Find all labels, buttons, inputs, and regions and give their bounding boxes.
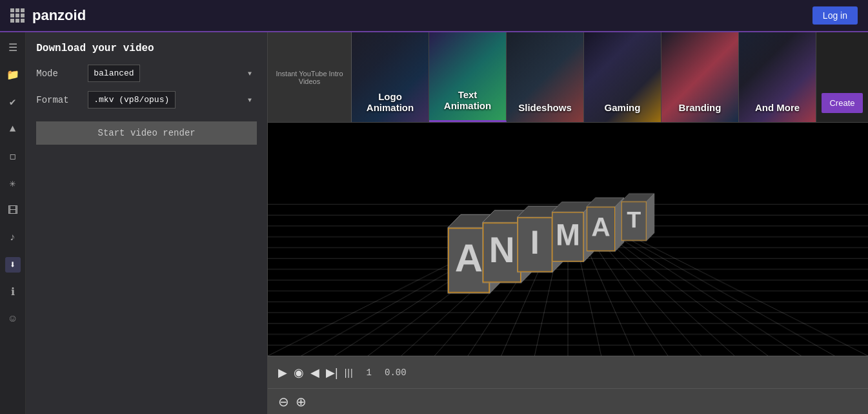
mode-row: Mode balanced fast quality [36,65,257,82]
zoom-out-button[interactable]: ⊖ [278,394,289,409]
smiley-icon[interactable]: ☺ [5,311,21,327]
nav-tabs: Instant YouTube Intro Videos LogoAnimati… [268,32,868,123]
music-icon[interactable]: ♪ [5,230,21,245]
folder-icon[interactable]: 📁 [5,67,21,83]
nav-create-area: Create [816,32,868,122]
prev-button[interactable]: ◀ [310,367,319,378]
controls-bar: ▶ ◉ ◀ ▶| ||| 1 0.00 [268,356,868,388]
panel-title: Download your video [36,43,257,54]
preview-area: ▶ ◉ ◀ ▶| ||| 1 0.00 ⊖ ⊕ [268,123,868,414]
create-button[interactable]: Create [822,93,862,113]
topbar-left: panzoid [10,7,86,24]
tab-logo-label: LogoAnimation [367,91,414,113]
main-layout: ☰ 📁 ✔ ▲ ◻ ✳ 🎞 ♪ ⬇ ℹ ☺ Download your vide… [0,32,868,414]
eye-button[interactable]: ◉ [294,367,304,378]
topbar: panzoid Log in [0,0,868,32]
intro-label: Instant YouTube Intro Videos [274,70,345,85]
tab-text-label: TextAnimation [444,89,491,111]
waveform-button[interactable]: ||| [345,368,354,377]
info-icon[interactable]: ℹ [5,284,21,300]
tab-and-more[interactable]: And More [739,32,816,122]
login-button[interactable]: Log in [812,6,858,25]
logo: panzoid [32,7,86,24]
mode-select-wrapper: balanced fast quality [88,65,257,82]
video-icon[interactable]: 🎞 [5,203,21,218]
tab-text-animation[interactable]: TextAnimation [429,32,507,122]
mode-select[interactable]: balanced fast quality [88,65,140,82]
sidebar: ☰ 📁 ✔ ▲ ◻ ✳ 🎞 ♪ ⬇ ℹ ☺ [0,32,26,414]
menu-icon[interactable]: ☰ [5,40,21,56]
tab-slideshows-label: Slideshows [518,102,572,113]
download-icon[interactable]: ⬇ [5,257,21,273]
tab-gaming[interactable]: Gaming [584,32,661,122]
render-button[interactable]: Start video render [36,121,257,145]
grid-icon[interactable] [10,8,25,23]
tab-more-label: And More [755,102,800,113]
play-button[interactable]: ▶ [278,367,287,378]
tab-logo-animation[interactable]: LogoAnimation [352,32,429,122]
canvas-container [268,123,868,356]
right-area: Instant YouTube Intro Videos LogoAnimati… [268,32,868,414]
tab-slideshows[interactable]: Slideshows [507,32,584,122]
tab-branding-label: Branding [679,102,722,113]
timecode: 0.00 [385,367,407,378]
tab-gaming-label: Gaming [605,102,641,113]
check-icon[interactable]: ✔ [5,94,21,110]
nav-intro: Instant YouTube Intro Videos [268,32,352,122]
zoom-in-button[interactable]: ⊕ [296,394,307,409]
tab-branding[interactable]: Branding [661,32,739,122]
star-icon[interactable]: ✳ [5,176,21,191]
timecode-area: 1 0.00 [367,367,407,378]
mode-label: Mode [36,68,81,79]
scene-canvas [268,123,868,356]
cube-icon[interactable]: ◻ [5,149,21,164]
format-row: Format .mkv (vp8/opus) .mp4 (h264/aac) .… [36,91,257,109]
format-select[interactable]: .mkv (vp8/opus) .mp4 (h264/aac) .webm [88,91,176,109]
next-frame-button[interactable]: ▶| [326,367,338,378]
format-select-wrapper: .mkv (vp8/opus) .mp4 (h264/aac) .webm [88,91,257,109]
zoom-bar: ⊖ ⊕ [268,388,868,414]
frame-number: 1 [367,367,372,378]
image-icon[interactable]: ▲ [5,121,21,137]
left-panel: Download your video Mode balanced fast q… [26,32,268,414]
format-label: Format [36,95,81,105]
